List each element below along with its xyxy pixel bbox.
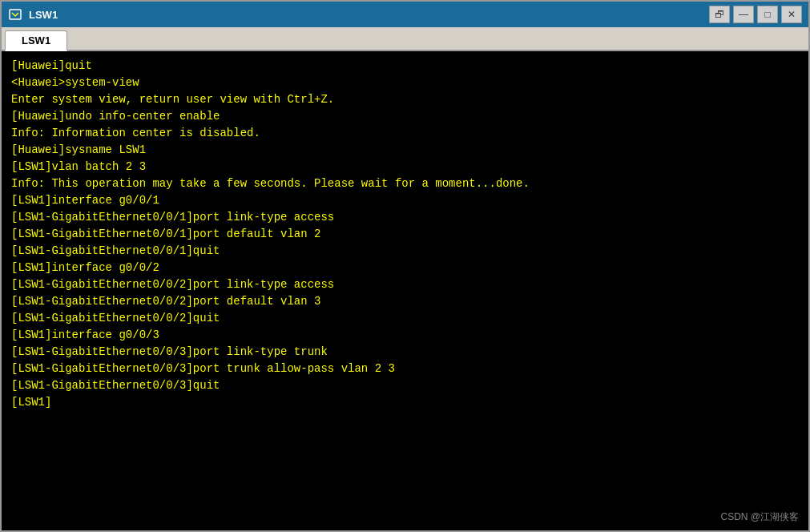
terminal-line: [LSW1-GigabitEthernet0/0/2]quit [11,310,799,327]
terminal-line: [LSW1-GigabitEthernet0/0/2]port default … [11,293,799,310]
window-title: LSW1 [29,9,58,21]
terminal-line: [LSW1-GigabitEthernet0/0/1]quit [11,243,799,260]
terminal-line: [Huawei]quit [11,58,799,75]
svg-rect-0 [10,10,21,19]
terminal-line: [LSW1-GigabitEthernet0/0/3]port link-typ… [11,344,799,361]
terminal-line: [LSW1-GigabitEthernet0/0/1]port default … [11,226,799,243]
terminal-line: [LSW1]interface g0/0/1 [11,192,799,209]
tab-bar: LSW1 [2,27,808,51]
title-controls: 🗗 — □ ✕ [709,6,802,23]
terminal-line: [LSW1-GigabitEthernet0/0/3]quit [11,377,799,394]
terminal-line: Info: This operation may take a few seco… [11,175,799,192]
title-bar-left: LSW1 [8,7,58,22]
terminal-line: [LSW1] [11,394,799,411]
app-icon [8,7,22,22]
maximize-button[interactable]: □ [757,6,778,23]
tab-lsw1[interactable]: LSW1 [5,30,67,51]
terminal-lines: [Huawei]quit<Huawei>system-viewEnter sys… [11,58,799,411]
terminal-line: [LSW1]interface g0/0/3 [11,327,799,344]
minimize-button[interactable]: — [733,6,754,23]
title-bar: LSW1 🗗 — □ ✕ [2,2,808,27]
terminal-line: [LSW1-GigabitEthernet0/0/3]port trunk al… [11,361,799,377]
terminal-line: Enter system view, return user view with… [11,91,799,108]
restore-button[interactable]: 🗗 [709,6,730,23]
main-window: LSW1 🗗 — □ ✕ LSW1 [Huawei]quit<Huawei>sy… [0,0,810,532]
tab-lsw1-label: LSW1 [22,34,50,46]
terminal-line: [LSW1-GigabitEthernet0/0/1]port link-typ… [11,209,799,226]
terminal-area: [Huawei]quit<Huawei>system-viewEnter sys… [2,51,808,530]
terminal-line: [LSW1]interface g0/0/2 [11,260,799,276]
close-button[interactable]: ✕ [781,6,802,23]
terminal-line: [Huawei]undo info-center enable [11,108,799,125]
terminal-line: Info: Information center is disabled. [11,125,799,142]
watermark: CSDN @江湖侠客 [720,510,799,524]
terminal-line: [Huawei]sysname LSW1 [11,142,799,159]
terminal-line: [LSW1]vlan batch 2 3 [11,159,799,175]
terminal-line: <Huawei>system-view [11,75,799,91]
terminal-line: [LSW1-GigabitEthernet0/0/2]port link-typ… [11,276,799,293]
